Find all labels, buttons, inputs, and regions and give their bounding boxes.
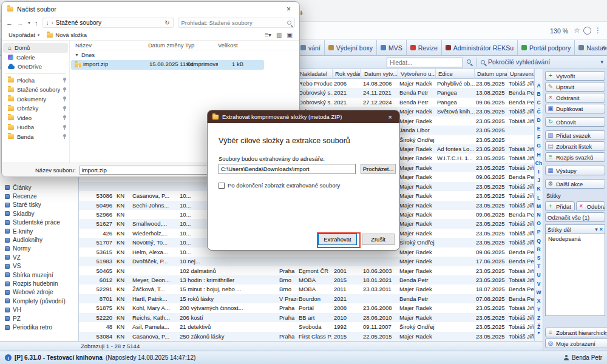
column-header-created_by[interactable]: Vytvořeno u... [399,69,436,79]
table-row[interactable]: 8701KNHartl, Patrik...15 roků láskyV Pra… [79,294,534,303]
alphabet-letter-Q[interactable]: Q [535,238,543,244]
table-row[interactable]: 52291KNŽáčková, T...15 minut : bojuj, ne… [79,285,534,294]
alphabet-letter-Č[interactable]: Č [535,109,543,115]
volume-list-button[interactable]: ≡Rozpis svazků [545,152,605,162]
tab-administrator-reksu[interactable]: Administrátor REKSu [442,40,518,55]
deselect-all-button[interactable]: Odznačit vše (1) [545,212,605,222]
extract-dialog-titlebar[interactable]: Extrahovat komprimované složky (metoda Z… [208,110,399,123]
alphabet-letter-S[interactable]: S [535,255,543,261]
tab-mvs[interactable]: MVS [377,40,407,55]
forward-icon[interactable]: → [17,19,24,27]
table-row[interactable]: 51875KNKohl, Mary A...200 výtvarných čin… [79,303,534,312]
sidebar-item-9[interactable]: VS [0,262,78,271]
alphabet-letter-N[interactable]: N [535,212,543,218]
restore-button[interactable]: ↻Obnovit [545,117,605,127]
alphabet-letter-V[interactable]: V [535,281,543,287]
sidebar-item-6[interactable]: Audioknihy [0,235,78,244]
column-size[interactable]: Velikost [218,42,238,49]
file-row[interactable]: import.zip 15.08.2025 11:04 Komprimovaná… [71,60,264,70]
sidebar-item-pinned-1[interactable]: Stažené soubory [2,85,69,95]
alphabet-letter-K[interactable]: K [535,186,543,192]
breadcrumb[interactable]: Stažené soubory [56,19,101,26]
column-header-year[interactable]: Rok vydání [334,69,361,79]
tag-add-button[interactable]: + Přidat [545,201,575,211]
alphabet-letter-R[interactable]: R [535,246,543,252]
alphabet-letter-H[interactable]: H [535,152,543,158]
alphabet-letter-P[interactable]: P [535,229,543,235]
create-button[interactable]: +Vytvořit [545,71,605,81]
search-icon[interactable] [467,59,471,64]
outputs-button[interactable]: ▦Výstupy [545,166,605,175]
up-icon[interactable]: ↑ [35,19,38,27]
sidebar-item-2[interactable]: Staré tisky [0,201,78,209]
table-row[interactable]: 51983KNDvořáček, P...10 nej...Majer Rade… [79,257,534,266]
sidebar-item-11[interactable]: Rozpis hudebnin [0,279,78,288]
sidebar-item-pinned-0[interactable]: Plocha [2,76,69,86]
sidebar-item-pinned-3[interactable]: Obrázky [2,104,69,113]
alphabet-letter-G[interactable]: G [535,143,543,149]
column-type[interactable]: Typ [185,42,194,49]
alphabet-letter-M[interactable]: M [535,203,543,209]
close-icon[interactable]: × [386,113,395,121]
table-row[interactable]: 50465KN102 dalmatinůPrahaEgmont ČR200110… [79,266,534,275]
alphabet-letter-C[interactable]: C [535,99,543,106]
current-user[interactable]: Benda Petr [564,354,602,361]
column-header-publisher[interactable]: Nakladatel [299,69,333,79]
tab-vyhledavani[interactable]: vání [297,40,325,55]
sidebar-item-1[interactable]: Recenze [0,192,78,200]
tab-vydejni-boxy[interactable]: Výdejní boxy [325,40,377,55]
column-name[interactable]: Název [75,42,92,49]
show-hierarchy-button[interactable]: ≡ Zobrazit hierarchicky [545,328,607,337]
alphabet-more-icon[interactable]: ▾ [535,330,543,335]
more-actions-button[interactable]: ⚙Další akce [545,179,605,189]
sidebar-item-pinned-6[interactable]: Benda [2,132,69,142]
alphabet-letter-Ž[interactable]: Ž [535,324,543,330]
edit-button[interactable]: ✎Upravit [545,82,605,92]
sidebar-item-home[interactable]: ⌂ Domů [3,43,68,53]
cancel-button[interactable]: Zrušit [362,234,395,245]
info-icon[interactable] [5,354,12,361]
column-header-created[interactable]: Datum vytv... [363,69,398,79]
table-row[interactable]: 53084KNCasanova, P...250 zákonů láskyPra… [79,332,534,341]
sidebar-item-gallery[interactable]: Galerie [2,53,69,62]
add-volume-button[interactable]: ▥Přidat svazek [545,130,605,140]
alphabet-letter-O[interactable]: O [535,220,543,226]
column-modified[interactable]: Datum změny [148,42,184,49]
favorite-icon[interactable]: ☆ [574,26,580,35]
alphabet-letter-F[interactable]: F [535,134,543,140]
sidebar-item-14[interactable]: VH [0,306,78,314]
column-header-edition[interactable]: Edice [437,69,475,79]
file-dialog-titlebar[interactable]: Načíst soubor × [2,2,299,16]
tab-revize[interactable]: Revize [407,40,442,55]
sidebar-item-3[interactable]: Skladby [0,209,78,218]
alphabet-letter-T[interactable]: T [535,263,543,269]
back-icon[interactable]: ← [6,19,13,27]
sidebar-item-0[interactable]: Články [0,183,78,192]
refresh-icon[interactable]: ↻ [164,19,169,26]
sort-icon[interactable]: ≡▾ [265,32,271,38]
alphabet-letter-W[interactable]: W [535,289,543,295]
column-header-updated[interactable]: Datum upra... [476,69,507,79]
sidebar-item-16[interactable]: Periodika retro [0,323,78,331]
view-icon[interactable]: ▥ [276,32,282,38]
sidebar-item-15[interactable]: PZ [0,314,78,323]
duplicate-button[interactable]: ▣Duplikovat [545,104,605,113]
table-row[interactable]: 6012KNMeyer, Deon...13 hodin : krimithri… [79,275,534,285]
alphabet-letter-Ch[interactable]: Ch [535,160,543,166]
column-header-updated_by[interactable]: Upraveno v... [509,69,534,79]
alphabet-letter-X[interactable]: X [535,298,543,304]
group-header[interactable]: ▼ Dnes [70,50,299,59]
close-icon[interactable]: × [600,226,603,232]
tag-list-item[interactable]: Neodepsaná [546,234,605,243]
sidebar-item-7[interactable]: Normy [0,244,78,253]
sidebar-item-5[interactable]: E-knihy [0,227,78,235]
sidebar-item-pinned-5[interactable]: Hudba [2,123,69,132]
alphabet-letter-D[interactable]: D [535,117,543,123]
sidebar-item-pinned-2[interactable]: Dokumenty [2,95,69,104]
filename-input[interactable] [80,166,208,175]
table-row[interactable]: 52220KNReichs, Kath...206 kostíPrahaBB a… [79,313,534,322]
show-extracted-checkbox[interactable]: Po dokončení zobrazit extrahované soubor… [219,182,340,189]
alphabet-letter-Z[interactable]: Z [535,315,543,321]
alphabet-letter-J[interactable]: J [535,177,543,183]
sidebar-item-8[interactable]: VZ [0,253,78,261]
